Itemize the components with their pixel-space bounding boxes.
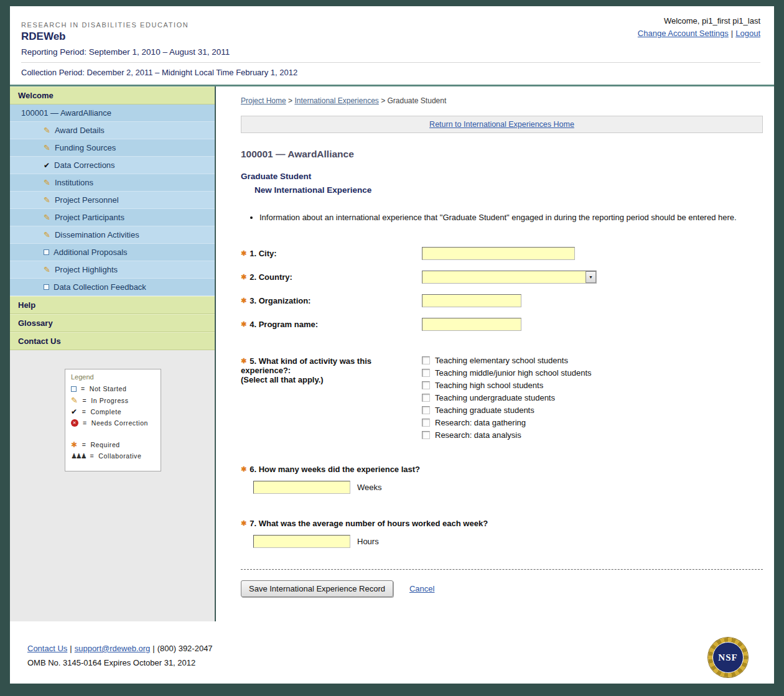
- weeks-question-label: ✱6. How many weeks did the experience la…: [241, 465, 763, 474]
- checkbox[interactable]: [422, 406, 430, 414]
- activity-option-teaching-elementary-school-students[interactable]: Teaching elementary school students: [422, 356, 592, 365]
- footer-email-link[interactable]: support@rdeweb.org: [75, 644, 151, 653]
- hours-input-row: Hours: [253, 535, 763, 548]
- header-account-area: Welcome, pi1_first pi1_last Change Accou…: [638, 16, 760, 38]
- checkbox[interactable]: [422, 381, 430, 389]
- sidebar-header-help[interactable]: Help: [10, 296, 215, 314]
- sidebar-item-label: Project Personnel: [55, 195, 119, 205]
- sidebar-item-project-highlights[interactable]: ✎Project Highlights: [10, 261, 215, 279]
- sidebar-item-label: 100001 — AwardAlliance: [21, 108, 111, 118]
- nsf-logo: NSF: [708, 638, 748, 677]
- legend-title: Legend: [71, 373, 155, 381]
- sidebar-item-dissemination-activities[interactable]: ✎Dissemination Activities: [10, 226, 215, 244]
- weeks-input[interactable]: [253, 481, 350, 494]
- pencil-icon: ✎: [44, 231, 50, 239]
- breadcrumb-item-international-experiences[interactable]: International Experiences: [294, 96, 378, 105]
- sidebar-header-contact-us[interactable]: Contact Us: [10, 332, 215, 350]
- sidebar-item-label: Institutions: [55, 178, 93, 187]
- check-icon: ✔: [71, 408, 78, 415]
- required-icon: ✱: [71, 441, 78, 448]
- city-row: ✱1. City:: [241, 247, 763, 260]
- save-international-experience-button[interactable]: Save International Experience Record: [241, 580, 393, 597]
- change-account-settings-link[interactable]: Change Account Settings: [638, 29, 729, 38]
- sidebar-item-award-details[interactable]: ✎Award Details: [10, 122, 215, 139]
- sidebar: Welcome100001 — AwardAlliance✎Award Deta…: [10, 86, 216, 621]
- required-icon: ✱: [241, 249, 246, 257]
- chevron-down-icon[interactable]: ▼: [586, 271, 596, 283]
- activity-option-teaching-high-school-students[interactable]: Teaching high school students: [422, 381, 592, 390]
- city-input[interactable]: [422, 247, 575, 260]
- activity-option-teaching-middle-junior-high-school-students[interactable]: Teaching middle/junior high school stude…: [422, 368, 592, 378]
- weeks-unit-label: Weeks: [357, 483, 382, 492]
- checkbox-icon: [71, 386, 77, 392]
- activity-option-teaching-undergraduate-students[interactable]: Teaching undergraduate students: [422, 393, 592, 402]
- checkbox[interactable]: [422, 394, 430, 402]
- organization-input[interactable]: [422, 294, 521, 307]
- legend-item: ✕=Needs Correction: [71, 419, 155, 427]
- country-select[interactable]: ▼: [422, 271, 597, 284]
- activity-option-research-data-gathering[interactable]: Research: data gathering: [422, 418, 592, 427]
- sidebar-item-funding-sources[interactable]: ✎Funding Sources: [10, 139, 215, 157]
- window-frame: RESEARCH IN DISABILITIES EDUCATION RDEWe…: [0, 0, 784, 696]
- pencil-icon: ✎: [44, 213, 50, 221]
- legend-item: =Not Started: [71, 385, 155, 392]
- sidebar-header-welcome[interactable]: Welcome: [10, 86, 215, 104]
- checkbox-label: Teaching high school students: [435, 381, 543, 390]
- form-separator: [241, 569, 763, 570]
- checkbox[interactable]: [422, 431, 430, 439]
- footer-phone: (800) 392-2047: [157, 644, 213, 653]
- legend-box: Legend =Not Started✎=In Progress✔=Comple…: [65, 369, 161, 471]
- program-name-input[interactable]: [422, 318, 521, 331]
- legend-item: ✎=In Progress: [71, 396, 155, 404]
- footer: Contact Us|support@rdeweb.org|(800) 392-…: [10, 635, 774, 684]
- legend-equals: =: [82, 441, 86, 448]
- main: Project Home > International Experiences…: [216, 86, 774, 635]
- required-icon: ✱: [241, 320, 246, 328]
- legend-equals: =: [81, 385, 85, 392]
- weeks-input-row: Weeks: [253, 481, 763, 494]
- country-row: ✱2. Country: ▼: [241, 271, 763, 284]
- sidebar-item-data-collection-feedback[interactable]: Data Collection Feedback: [10, 279, 215, 296]
- activity-option-research-data-analysis[interactable]: Research: data analysis: [422, 430, 592, 440]
- footer-separator: |: [152, 644, 154, 653]
- sidebar-item-100001-awardalliance[interactable]: 100001 — AwardAlliance: [10, 104, 215, 122]
- legend-label: Required: [90, 441, 119, 448]
- sidebar-item-additional-proposals[interactable]: Additional Proposals: [10, 244, 215, 261]
- activity-option-teaching-graduate-students[interactable]: Teaching graduate students: [422, 406, 592, 415]
- return-to-international-experiences-link[interactable]: Return to International Experiences Home: [429, 120, 574, 129]
- required-icon: ✱: [241, 297, 246, 304]
- footer-contact-us-link[interactable]: Contact Us: [27, 644, 67, 653]
- checkbox[interactable]: [422, 356, 430, 364]
- content: Welcome100001 — AwardAlliance✎Award Deta…: [10, 86, 774, 635]
- header: RESEARCH IN DISABILITIES EDUCATION RDEWe…: [10, 6, 774, 85]
- checkbox-label: Teaching elementary school students: [435, 356, 568, 365]
- pencil-icon: ✎: [44, 126, 50, 134]
- country-select-value: [422, 271, 586, 283]
- collection-period: Collection Period: December 2, 2011 – Mi…: [21, 62, 760, 85]
- breadcrumb-item-project-home[interactable]: Project Home: [241, 96, 286, 105]
- checkbox-label: Teaching middle/junior high school stude…: [435, 368, 592, 378]
- sidebar-item-label: Data Collection Feedback: [54, 282, 146, 292]
- checkbox-icon: [44, 284, 49, 290]
- breadcrumb: Project Home > International Experiences…: [241, 94, 763, 105]
- sidebar-item-label: Award Details: [55, 126, 105, 135]
- footer-contact-line: Contact Us|support@rdeweb.org|(800) 392-…: [27, 644, 774, 653]
- checkbox[interactable]: [422, 369, 430, 377]
- legend-equals: =: [90, 452, 95, 460]
- cancel-link[interactable]: Cancel: [409, 584, 434, 593]
- pencil-icon: ✎: [44, 196, 50, 204]
- sidebar-item-label: Data Corrections: [54, 160, 115, 170]
- sidebar-item-project-participants[interactable]: ✎Project Participants: [10, 209, 215, 226]
- country-label: ✱2. Country:: [241, 271, 422, 282]
- error-icon: ✕: [71, 419, 78, 427]
- sidebar-header-glossary[interactable]: Glossary: [10, 314, 215, 332]
- sidebar-item-project-personnel[interactable]: ✎Project Personnel: [10, 192, 215, 209]
- sidebar-item-institutions[interactable]: ✎Institutions: [10, 174, 215, 192]
- logout-link[interactable]: Logout: [735, 29, 760, 38]
- hours-input[interactable]: [253, 535, 350, 548]
- sidebar-item-data-corrections[interactable]: ✔Data Corrections: [10, 157, 215, 174]
- legend-items: =Not Started✎=In Progress✔=Complete✕=Nee…: [71, 385, 155, 460]
- checkbox[interactable]: [422, 419, 430, 427]
- required-icon: ✱: [241, 273, 246, 281]
- experience-form: ✱1. City: ✱2. Country: ▼: [241, 247, 763, 597]
